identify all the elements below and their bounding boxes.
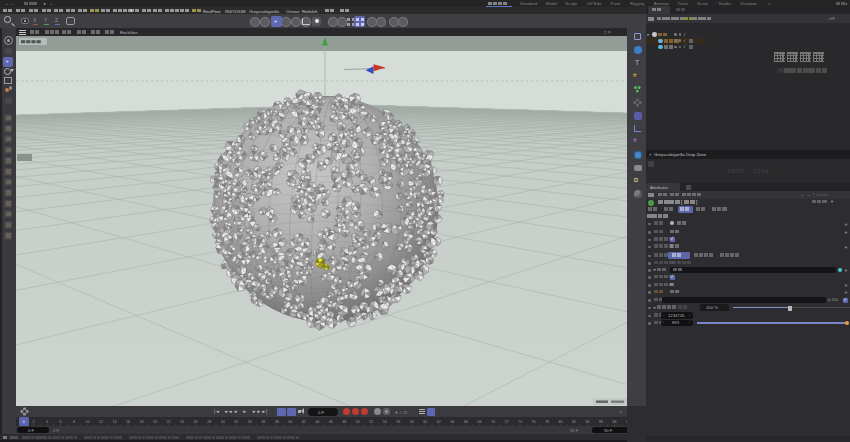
svg-text:82: 82 — [572, 420, 576, 424]
svg-text:26: 26 — [194, 420, 198, 424]
svg-text:44: 44 — [315, 420, 319, 424]
svg-text:20: 20 — [153, 420, 157, 424]
svg-text:40: 40 — [288, 420, 292, 424]
svg-text:54: 54 — [383, 420, 387, 424]
svg-text:8: 8 — [73, 420, 75, 424]
svg-text:14: 14 — [113, 420, 117, 424]
svg-text:84: 84 — [586, 420, 590, 424]
svg-text:4: 4 — [46, 420, 48, 424]
svg-text:24: 24 — [180, 420, 184, 424]
svg-text:60: 60 — [423, 420, 427, 424]
svg-text:36: 36 — [261, 420, 265, 424]
svg-text:58: 58 — [410, 420, 414, 424]
svg-text:72: 72 — [504, 420, 508, 424]
svg-text:46: 46 — [329, 420, 333, 424]
svg-text:32: 32 — [234, 420, 238, 424]
svg-text:78: 78 — [545, 420, 549, 424]
svg-text:64: 64 — [450, 420, 454, 424]
svg-text:6: 6 — [60, 420, 62, 424]
svg-text:42: 42 — [302, 420, 306, 424]
svg-text:68: 68 — [477, 420, 481, 424]
svg-text:66: 66 — [464, 420, 468, 424]
svg-text:86: 86 — [599, 420, 603, 424]
svg-text:48: 48 — [342, 420, 346, 424]
svg-text:34: 34 — [248, 420, 252, 424]
svg-text:10: 10 — [86, 420, 90, 424]
svg-text:22: 22 — [167, 420, 171, 424]
svg-text:52: 52 — [369, 420, 373, 424]
svg-text:88: 88 — [613, 420, 617, 424]
svg-text:56: 56 — [396, 420, 400, 424]
svg-text:16: 16 — [126, 420, 130, 424]
svg-text:18: 18 — [140, 420, 144, 424]
svg-text:50: 50 — [356, 420, 360, 424]
svg-text:70: 70 — [491, 420, 495, 424]
svg-text:62: 62 — [437, 420, 441, 424]
svg-text:76: 76 — [531, 420, 535, 424]
svg-text:30: 30 — [221, 420, 225, 424]
svg-text:12: 12 — [99, 420, 103, 424]
svg-text:74: 74 — [518, 420, 522, 424]
svg-text:38: 38 — [275, 420, 279, 424]
svg-text:2: 2 — [33, 420, 35, 424]
svg-text:80: 80 — [558, 420, 562, 424]
svg-text:28: 28 — [207, 420, 211, 424]
